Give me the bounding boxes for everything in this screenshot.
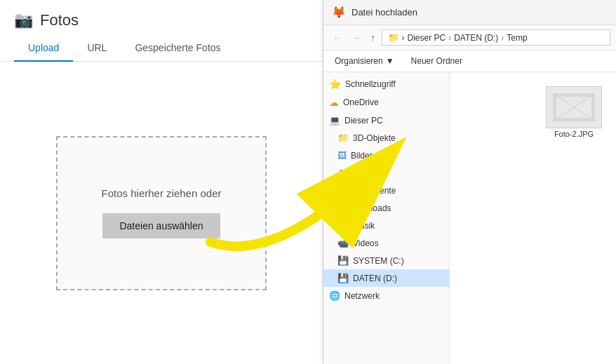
dialog-nav: ← → ↑ 📁 › Dieser PC › DATEN (D:) › Temp	[323, 25, 616, 50]
image-preview-svg	[553, 93, 595, 121]
sidebar-label: 3D-Objekte	[353, 133, 396, 143]
sidebar-item-videos[interactable]: 📹 Videos	[323, 234, 449, 252]
dialog-title: Datei hochladen	[351, 7, 417, 18]
sidebar-label: OneDrive	[343, 97, 379, 107]
new-folder-label: Neuer Ordner	[411, 56, 462, 66]
music-icon: 🎵	[337, 220, 349, 231]
breadcrumb-part1: ›	[402, 33, 405, 43]
breadcrumb-icon: 📁	[388, 32, 399, 43]
app-title: Fotos	[40, 11, 79, 29]
cloud-icon: ☁	[329, 97, 339, 108]
sidebar-label: DATEN (D:)	[353, 274, 397, 283]
documents-icon: 📄	[337, 185, 349, 196]
breadcrumb-pc: Dieser PC	[408, 33, 446, 43]
desktop-icon: 🖥	[337, 168, 347, 178]
sidebar-label: Dieser PC	[344, 116, 383, 126]
up-button[interactable]: ↑	[367, 30, 379, 45]
breadcrumb-daten: DATEN (D:)	[454, 33, 498, 43]
select-files-button[interactable]: Dateien auswählen	[102, 213, 220, 238]
tab-url[interactable]: URL	[73, 35, 121, 62]
file-name-label: Foto-2.JPG	[539, 130, 609, 138]
drop-text: Fotos hierher ziehen oder	[102, 187, 222, 199]
camera-icon: 📷	[14, 11, 33, 29]
firefox-icon: 🦊	[332, 6, 346, 19]
sidebar-item-onedrive[interactable]: ☁ OneDrive	[323, 93, 449, 112]
organize-chevron: ▼	[386, 56, 394, 66]
sidebar-label: Musik	[353, 221, 375, 231]
dialog-titlebar: 🦊 Datei hochladen	[323, 0, 616, 25]
sidebar-item-bilder[interactable]: 🖼 Bilder	[323, 147, 449, 164]
sidebar-item-schnellzugriff[interactable]: ⭐ Schnellzugriff	[323, 75, 449, 93]
sidebar-item-musik[interactable]: 🎵 Musik	[323, 217, 449, 234]
file-area[interactable]: Foto-2.JPG	[450, 72, 616, 364]
sidebar-label: Dokumente	[353, 186, 396, 196]
tabs-bar: Upload URL Gespeicherte Fotos	[0, 35, 323, 62]
file-thumbnail[interactable]	[546, 86, 602, 128]
organize-label: Organisieren	[335, 56, 383, 66]
sidebar-item-system-c[interactable]: 💾 SYSTEM (C:)	[323, 252, 449, 269]
sidebar-label: Desktop	[351, 168, 382, 178]
tab-saved-photos[interactable]: Gespeicherte Fotos	[121, 35, 234, 62]
new-folder-button[interactable]: Neuer Ordner	[406, 53, 468, 69]
sidebar-item-daten-d[interactable]: 💾 DATEN (D:)	[323, 269, 449, 287]
fotos-panel: 📷 Fotos Upload URL Gespeicherte Fotos Fo…	[0, 0, 323, 364]
network-icon: 🌐	[329, 290, 340, 301]
sidebar-label: Videos	[353, 238, 378, 248]
downloads-icon: ⬇	[337, 203, 345, 213]
sidebar-label: Schnellzugriff	[345, 79, 396, 89]
sidebar-item-dieser-pc[interactable]: 💻 Dieser PC	[323, 112, 449, 129]
organize-button[interactable]: Organisieren ▼	[329, 53, 400, 69]
breadcrumb[interactable]: 📁 › Dieser PC › DATEN (D:) › Temp	[382, 29, 611, 46]
file-dialog: 🦊 Datei hochladen ← → ↑ 📁 › Dieser PC › …	[323, 0, 616, 364]
computer-icon: 💻	[329, 115, 340, 126]
breadcrumb-sep2: ›	[501, 33, 504, 43]
sidebar-label: Bilder	[351, 151, 373, 161]
sidebar-item-desktop[interactable]: 🖥 Desktop	[323, 164, 449, 182]
sidebar-item-netzwerk[interactable]: 🌐 Netzwerk	[323, 287, 449, 304]
folder-3d-icon: 📁	[337, 133, 349, 143]
drive-d-icon: 💾	[337, 273, 349, 283]
back-button[interactable]: ←	[329, 30, 345, 45]
pictures-icon: 🖼	[337, 150, 347, 161]
sidebar-item-3d-objekte[interactable]: 📁 3D-Objekte	[323, 129, 449, 147]
breadcrumb-sep1: ›	[448, 33, 451, 43]
sidebar-item-dokumente[interactable]: 📄 Dokumente	[323, 182, 449, 199]
drive-c-icon: 💾	[337, 255, 349, 266]
star-icon: ⭐	[329, 79, 341, 90]
sidebar-label: SYSTEM (C:)	[353, 256, 404, 266]
forward-button[interactable]: →	[348, 30, 364, 45]
drop-zone[interactable]: Fotos hierher ziehen oder Dateien auswäh…	[56, 136, 267, 290]
sidebar-tree: ⭐ Schnellzugriff ☁ OneDrive 💻 Dieser PC …	[323, 72, 450, 364]
sidebar-item-downloads[interactable]: ⬇ Downloads	[323, 199, 449, 217]
sidebar-label: Downloads	[349, 203, 391, 213]
tab-upload[interactable]: Upload	[14, 35, 73, 62]
fotos-header: 📷 Fotos	[0, 0, 323, 35]
dialog-content: ⭐ Schnellzugriff ☁ OneDrive 💻 Dieser PC …	[323, 72, 616, 364]
sidebar-label: Netzwerk	[344, 291, 380, 301]
dialog-toolbar: Organisieren ▼ Neuer Ordner	[323, 50, 616, 72]
upload-area: Fotos hierher ziehen oder Dateien auswäh…	[0, 62, 323, 364]
videos-icon: 📹	[337, 238, 349, 248]
breadcrumb-temp: Temp	[507, 33, 527, 43]
